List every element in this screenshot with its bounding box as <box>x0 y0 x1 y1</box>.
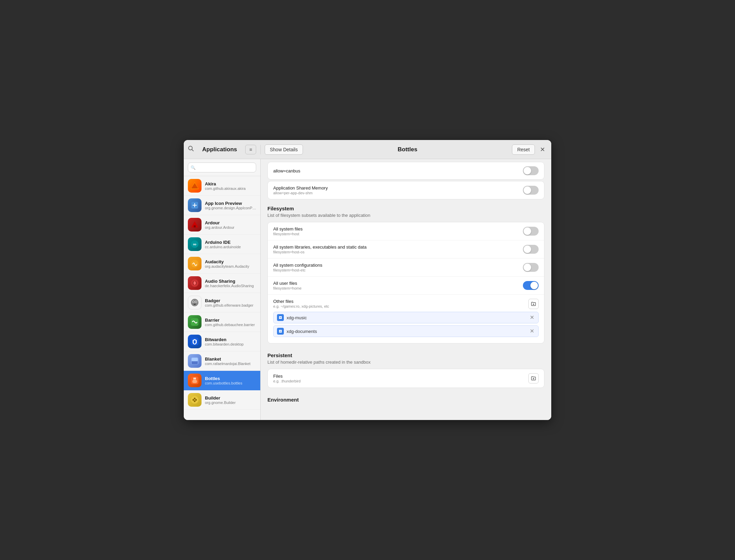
app-id-audacity: org.audacityteam.Audacity <box>205 264 256 268</box>
filesystem-section: Filesystem List of filesystem subsets av… <box>261 200 551 347</box>
shared-memory-label: Application Shared Memory <box>273 185 523 191</box>
environment-section: Environment <box>261 391 551 409</box>
filesystem-host-row: All system files filesystem=host <box>268 222 544 240</box>
persistent-title: Persistent <box>267 352 544 358</box>
detail-panel-title: Bottles <box>303 146 512 153</box>
svg-line-1 <box>192 150 194 151</box>
filesystem-host-os-toggle[interactable] <box>523 245 539 254</box>
canbus-toggle[interactable] <box>523 166 539 175</box>
app-item-audacity[interactable]: Audacity org.audacityteam.Audacity <box>184 254 260 274</box>
app-name-blanket: Blanket <box>205 356 256 362</box>
filesystem-host-os-sublabel: filesystem=host-os <box>273 250 523 254</box>
filesystem-host-label: All system files <box>273 226 523 232</box>
app-icon-arduino: ∞ <box>188 237 202 251</box>
app-icon-badger <box>188 296 202 309</box>
app-item-bottles[interactable]: Bottles com.usebottles.bottles <box>184 371 260 390</box>
svg-rect-23 <box>192 358 198 361</box>
app-item-appicon[interactable]: App Icon Preview org.gnome.design.AppIco… <box>184 196 260 215</box>
app-info-barrier: Barrier com.github.debauchee.barrier <box>205 318 256 327</box>
svg-text:∞: ∞ <box>193 241 196 247</box>
xdg-music-label: xdg-music <box>287 315 529 320</box>
filesystem-host-etc-label: All system configurations <box>273 263 523 268</box>
reset-button[interactable]: Reset <box>512 144 535 155</box>
main-window: Applications ≡ Show Details Bottles Rese… <box>184 140 551 420</box>
menu-button[interactable]: ≡ <box>245 145 256 154</box>
app-name-audacity: Audacity <box>205 259 256 264</box>
filesystem-home-row: All user files filesystem=home <box>268 277 544 295</box>
svg-rect-8 <box>194 225 196 227</box>
filesystem-home-label: All user files <box>273 281 523 286</box>
svg-point-13 <box>193 281 196 285</box>
app-id-ardour: org.ardour.Ardour <box>205 225 256 229</box>
other-files-text: Other files e.g. ~/games:ro, xdg-picture… <box>273 299 528 308</box>
filesystem-host-etc-text: All system configurations filesystem=hos… <box>273 263 523 272</box>
filesystem-home-toggle[interactable] <box>523 281 539 290</box>
filesystem-desc: List of filesystem subsets available to … <box>267 213 544 218</box>
app-id-blanket: com.rafaelmardojai.Blanket <box>205 362 256 366</box>
show-details-button[interactable]: Show Details <box>265 144 303 155</box>
svg-point-18 <box>196 302 197 303</box>
app-item-akira[interactable]: Akira com.github.akiraux.akira <box>184 176 260 196</box>
shared-memory-toggle[interactable] <box>523 186 539 195</box>
app-icon-akira <box>188 179 202 193</box>
main-content: Akira com.github.akiraux.akira App Icon … <box>184 159 551 420</box>
filesystem-host-toggle[interactable] <box>523 227 539 236</box>
persistent-desc: List of homedir-relative paths created i… <box>267 360 544 365</box>
right-panel: allow=canbus Application Shared Memory a… <box>261 159 551 420</box>
header: Applications ≡ Show Details Bottles Rese… <box>184 140 551 159</box>
xdg-music-remove-button[interactable]: ✕ <box>529 315 535 320</box>
app-list: Akira com.github.akiraux.akira App Icon … <box>184 176 260 420</box>
other-files-add-button[interactable] <box>528 299 539 309</box>
search-input[interactable] <box>188 163 256 172</box>
svg-point-28 <box>194 398 196 400</box>
filesystem-host-os-label: All system libraries, executables and st… <box>273 244 523 250</box>
close-button[interactable]: ✕ <box>538 145 547 154</box>
app-icon-audiosharing <box>188 276 202 290</box>
svg-marker-33 <box>279 316 282 319</box>
app-item-badger[interactable]: Badger com.github.elfenware.badger <box>184 293 260 312</box>
persistent-files-text: Files e.g. .thunderbird <box>273 374 528 383</box>
app-name-arduino: Arduino IDE <box>205 240 256 245</box>
app-icon-ardour <box>188 218 202 232</box>
app-item-blanket[interactable]: Blanket com.rafaelmardojai.Blanket <box>184 351 260 371</box>
xdg-documents-label: xdg-documents <box>287 329 529 334</box>
app-id-arduino: cc.arduino.arduinoide <box>205 245 256 249</box>
svg-marker-3 <box>191 183 198 188</box>
persistent-files-add-button[interactable] <box>528 373 539 383</box>
app-item-ardour[interactable]: Ardour org.ardour.Ardour <box>184 215 260 235</box>
app-name-bitwarden: Bitwarden <box>205 337 256 342</box>
app-info-arduino: Arduino IDE cc.arduino.arduinoide <box>205 240 256 249</box>
persistent-section: Persistent List of homedir-relative path… <box>261 347 551 391</box>
search-wrap <box>188 163 256 172</box>
filesystem-host-etc-toggle[interactable] <box>523 263 539 272</box>
canbus-text: allow=canbus <box>273 168 523 173</box>
app-name-badger: Badger <box>205 298 256 303</box>
app-id-bitwarden: com.bitwarden.desktop <box>205 342 256 346</box>
svg-marker-36 <box>279 330 282 333</box>
app-info-audiosharing: Audio Sharing de.haeckerfelix.AudioShari… <box>205 279 256 288</box>
app-id-badger: com.github.elfenware.badger <box>205 303 256 307</box>
app-name-audiosharing: Audio Sharing <box>205 279 256 284</box>
search-icon[interactable] <box>188 145 194 153</box>
app-id-appicon: org.gnome.design.AppIconPreview <box>205 206 256 210</box>
xdg-music-chip: xdg-music ✕ <box>273 312 539 323</box>
xdg-documents-remove-button[interactable]: ✕ <box>529 328 535 334</box>
header-left: Applications ≡ <box>184 145 261 154</box>
app-info-bitwarden: Bitwarden com.bitwarden.desktop <box>205 337 256 346</box>
persistent-files-sublabel: e.g. .thunderbird <box>273 379 528 383</box>
app-item-arduino[interactable]: ∞ Arduino IDE cc.arduino.arduinoide <box>184 235 260 254</box>
app-name-barrier: Barrier <box>205 318 256 323</box>
persistent-files-label: Files <box>273 374 528 379</box>
app-item-builder[interactable]: Builder org.gnome.Builder <box>184 390 260 410</box>
chip-icon-xdg-documents <box>277 328 284 335</box>
canbus-row: allow=canbus <box>268 162 544 179</box>
app-icon-bottles <box>188 374 202 387</box>
svg-rect-22 <box>192 361 198 364</box>
filesystem-home-text: All user files filesystem=home <box>273 281 523 290</box>
app-item-audiosharing[interactable]: Audio Sharing de.haeckerfelix.AudioShari… <box>184 274 260 293</box>
canbus-card: allow=canbus <box>267 162 544 180</box>
app-item-bitwarden[interactable]: Bitwarden com.bitwarden.desktop <box>184 332 260 351</box>
app-info-appicon: App Icon Preview org.gnome.design.AppIco… <box>205 201 256 210</box>
app-item-barrier[interactable]: Barrier com.github.debauchee.barrier <box>184 312 260 332</box>
app-id-builder: org.gnome.Builder <box>205 401 256 405</box>
